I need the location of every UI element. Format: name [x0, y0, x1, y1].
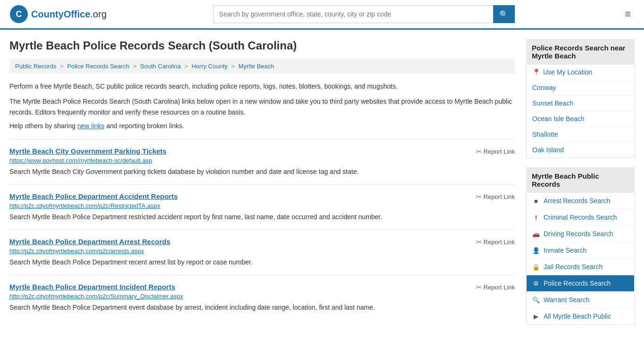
sidebar-records-list: ■ Arrest Records Search ! Criminal Recor…	[526, 193, 635, 325]
sidebar-item-arrest-records[interactable]: ■ Arrest Records Search	[527, 193, 634, 209]
sidebar-location-ocean-isle-link[interactable]: Ocean Isle Beach	[532, 115, 585, 123]
intro-text2: The Myrtle Beach Police Records Search (…	[9, 96, 515, 117]
use-my-location-label: Use My Location	[543, 68, 592, 76]
result-url-arrest[interactable]: http://p2c.cityofmyrtlebeach.com/p2c/arr…	[9, 247, 515, 255]
arrest-records-icon: ■	[532, 197, 540, 205]
scissor-icon: ✂	[476, 283, 482, 292]
report-link-parking[interactable]: ✂ Report Link	[476, 147, 515, 156]
driving-records-link[interactable]: Driving Records Search	[544, 230, 613, 238]
sidebar-location-shallotte-link[interactable]: Shallotte	[532, 131, 558, 138]
result-title-parking[interactable]: Myrtle Beach City Government Parking Tic…	[9, 147, 166, 155]
result-item: Myrtle Beach Police Department Arrest Re…	[9, 230, 515, 275]
location-pin-icon: 📍	[532, 68, 540, 76]
hamburger-menu-button[interactable]: ≡	[621, 6, 635, 22]
police-records-link[interactable]: Police Records Search	[544, 280, 611, 287]
result-title-incident[interactable]: Myrtle Beach Police Department Incident …	[9, 283, 175, 291]
sidebar-location-conway-link[interactable]: Conway	[532, 84, 556, 91]
arrest-records-link[interactable]: Arrest Records Search	[544, 197, 611, 205]
sidebar-location-sunset[interactable]: Sunset Beach	[527, 96, 634, 111]
sidebar-item-inmate-search[interactable]: 👤 Inmate Search	[527, 242, 634, 259]
logo-area: C CountyOffice.org	[9, 5, 107, 24]
sidebar-location-list: 📍 Use My Location Conway Sunset Beach Oc…	[526, 65, 635, 158]
results-list: Myrtle Beach City Government Parking Tic…	[9, 139, 515, 320]
search-icon: 🔍	[499, 10, 509, 18]
sidebar-location-conway[interactable]: Conway	[527, 80, 634, 96]
sidebar-nearby-title: Police Records Search near Myrtle Beach	[526, 39, 635, 65]
result-header: Myrtle Beach Police Department Accident …	[9, 192, 515, 202]
breadcrumb-separator: >	[184, 63, 190, 70]
driving-records-icon: 🚗	[532, 230, 540, 238]
result-header: Myrtle Beach Police Department Incident …	[9, 283, 515, 293]
main-content: Myrtle Beach Police Records Search (Sout…	[9, 39, 515, 325]
breadcrumb-link-police-records[interactable]: Police Records Search	[67, 63, 129, 70]
share-text: Help others by sharing new links and rep…	[9, 122, 515, 130]
sidebar-location-sunset-link[interactable]: Sunset Beach	[532, 99, 573, 107]
report-link-incident[interactable]: ✂ Report Link	[476, 283, 515, 292]
result-item: Myrtle Beach Police Department Accident …	[9, 184, 515, 230]
criminal-records-icon: !	[532, 214, 540, 221]
breadcrumb-link-horry-county[interactable]: Horry County	[191, 63, 228, 70]
breadcrumb-link-south-carolina[interactable]: South Carolina	[140, 63, 181, 70]
jail-records-icon: 🔒	[532, 263, 540, 271]
warrant-search-icon: 🔍	[532, 296, 540, 304]
sidebar-item-jail-records[interactable]: 🔒 Jail Records Search	[527, 259, 634, 275]
police-records-icon: ⚙	[532, 280, 540, 287]
result-title-accident[interactable]: Myrtle Beach Police Department Accident …	[9, 192, 178, 200]
result-url-parking[interactable]: https://www.govhost.com/myrtlebeach-sc/d…	[9, 157, 515, 164]
sidebar-item-driving-records[interactable]: 🚗 Driving Records Search	[527, 226, 634, 242]
use-my-location-link[interactable]: 📍 Use My Location	[532, 68, 628, 76]
result-header: Myrtle Beach Police Department Arrest Re…	[9, 238, 515, 247]
breadcrumb-separator: >	[133, 63, 138, 70]
sidebar-location-oak-island[interactable]: Oak Island	[527, 142, 634, 157]
breadcrumb-link-myrtle-beach[interactable]: Myrtle Beach	[239, 63, 274, 70]
result-url-accident[interactable]: http://p2c.cityofmyrtlebeach.com/p2c/Res…	[9, 202, 515, 209]
main-layout: Myrtle Beach Police Records Search (Sout…	[0, 30, 644, 334]
result-url-incident[interactable]: http://p2c.cityofmyrtlebeach.com/p2c/Sum…	[9, 293, 515, 300]
logo-text: CountyOffice.org	[31, 9, 107, 20]
hamburger-icon: ≡	[625, 8, 631, 20]
criminal-records-link[interactable]: Criminal Records Search	[544, 214, 617, 221]
sidebar-item-criminal-records[interactable]: ! Criminal Records Search	[527, 209, 634, 226]
breadcrumb: Public Records > Police Records Search >…	[9, 59, 515, 74]
intro-text: Perform a free Myrtle Beach, SC public p…	[9, 81, 515, 91]
inmate-search-icon: 👤	[532, 247, 540, 254]
result-desc-parking: Search Myrtle Beach City Government park…	[9, 167, 515, 177]
breadcrumb-link-public-records[interactable]: Public Records	[15, 63, 56, 70]
result-desc-incident: Search Myrtle Beach Police Department ev…	[9, 303, 515, 313]
sidebar-item-all-myrtle-beach[interactable]: ▶ All Myrtle Beach Public	[527, 308, 634, 324]
search-area: 🔍	[213, 5, 515, 23]
sidebar-location-shallotte[interactable]: Shallotte	[527, 127, 634, 142]
search-input[interactable]	[213, 5, 493, 23]
sidebar-public-records-title: Myrtle Beach Public Records	[526, 167, 635, 193]
sidebar-item-police-records[interactable]: ⚙ Police Records Search	[527, 275, 634, 292]
all-public-records-icon: ▶	[532, 313, 540, 320]
sidebar-use-location[interactable]: 📍 Use My Location	[527, 65, 634, 80]
report-link-accident[interactable]: ✂ Report Link	[476, 192, 515, 201]
result-item: Myrtle Beach Police Department Incident …	[9, 275, 515, 320]
all-public-records-link[interactable]: All Myrtle Beach Public	[544, 313, 611, 320]
search-button[interactable]: 🔍	[493, 5, 515, 23]
jail-records-link[interactable]: Jail Records Search	[544, 263, 603, 271]
scissor-icon: ✂	[476, 147, 482, 156]
header: C CountyOffice.org 🔍 ≡	[0, 0, 644, 30]
warrant-search-link[interactable]: Warrant Search	[544, 296, 590, 304]
report-link-arrest[interactable]: ✂ Report Link	[476, 238, 515, 247]
inmate-search-link[interactable]: Inmate Search	[544, 247, 586, 254]
sidebar-location-ocean-isle[interactable]: Ocean Isle Beach	[527, 111, 634, 127]
scissor-icon: ✂	[476, 192, 482, 201]
result-desc-accident: Search Myrtle Beach Police Department re…	[9, 212, 515, 222]
result-item: Myrtle Beach City Government Parking Tic…	[9, 139, 515, 184]
logo-icon: C	[9, 5, 28, 24]
svg-text:C: C	[16, 9, 22, 19]
result-header: Myrtle Beach City Government Parking Tic…	[9, 147, 515, 157]
sidebar-location-oak-island-link[interactable]: Oak Island	[532, 146, 564, 154]
sidebar: Police Records Search near Myrtle Beach …	[526, 39, 635, 325]
scissor-icon: ✂	[476, 238, 482, 247]
page-title: Myrtle Beach Police Records Search (Sout…	[9, 39, 515, 52]
result-title-arrest[interactable]: Myrtle Beach Police Department Arrest Re…	[9, 238, 170, 246]
breadcrumb-separator: >	[60, 63, 65, 70]
sidebar-item-warrant-search[interactable]: 🔍 Warrant Search	[527, 292, 634, 308]
result-desc-arrest: Search Myrtle Beach Police Department re…	[9, 257, 515, 267]
new-links-link[interactable]: new links	[77, 122, 105, 130]
breadcrumb-separator: >	[231, 63, 236, 70]
